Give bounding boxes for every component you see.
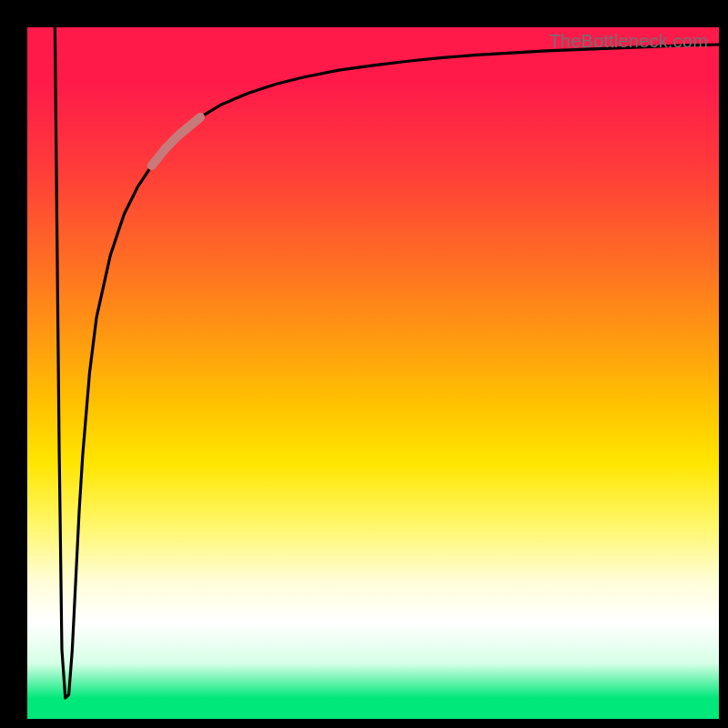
chart-frame: TheBottleneck.com bbox=[0, 0, 728, 728]
plot-area: TheBottleneck.com bbox=[27, 27, 719, 719]
curve-layer bbox=[27, 27, 719, 719]
highlight-segment bbox=[152, 117, 200, 166]
bottleneck-curve bbox=[55, 27, 719, 698]
